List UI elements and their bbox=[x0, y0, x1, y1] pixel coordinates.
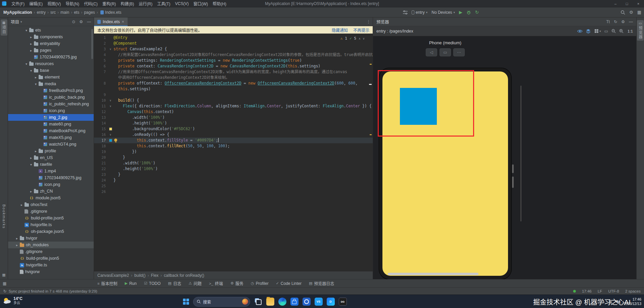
previewer-stripe-tab[interactable]: ▭ 预览器 bbox=[637, 20, 644, 41]
breadcrumb-item[interactable]: entry bbox=[37, 10, 46, 15]
ime-indicator[interactable]: 英 bbox=[608, 299, 612, 305]
prev-issue-icon[interactable]: ∧ bbox=[359, 37, 360, 40]
tree-item[interactable]: {}module.json5 bbox=[8, 195, 94, 201]
code-line[interactable]: this.settings) bbox=[94, 86, 373, 92]
tree-item[interactable]: .gitignore bbox=[8, 248, 94, 255]
tree-item[interactable]: ▸components bbox=[8, 34, 94, 40]
run-config-select[interactable]: entry ▾ bbox=[412, 10, 427, 15]
previewer-settings-icon[interactable]: ⚙ bbox=[621, 19, 625, 24]
fold-arrow-icon[interactable]: ∨ bbox=[110, 105, 111, 108]
tree-item[interactable]: freeBudsPro3.png bbox=[8, 87, 94, 94]
run-button[interactable]: ▶ bbox=[459, 10, 462, 15]
menu-item[interactable]: VCS(V) bbox=[173, 0, 191, 7]
deveco-icon[interactable]: D bbox=[327, 298, 335, 306]
tool-window-button-终端[interactable]: >_终端 bbox=[209, 280, 223, 286]
hide-notification-link[interactable]: 隐藏通知 bbox=[332, 27, 348, 33]
volume-icon[interactable] bbox=[615, 300, 620, 304]
menu-item[interactable]: 工具(T) bbox=[155, 0, 173, 7]
code-line[interactable]: 12 Canvas(this.context) bbox=[94, 109, 373, 115]
chevron-down-icon[interactable]: ▾ bbox=[24, 62, 29, 66]
datagrip-icon[interactable]: DG bbox=[339, 298, 347, 306]
tree-item[interactable]: tshvigorfile.ts bbox=[8, 262, 94, 268]
breadcrumb-item[interactable]: Flex bbox=[151, 273, 158, 278]
back-button[interactable]: ◁ bbox=[426, 48, 437, 56]
locate-file-icon[interactable]: ⊙ bbox=[72, 19, 75, 24]
code-line[interactable]: 25 bbox=[94, 183, 373, 189]
tool-window-button-Run[interactable]: ▶Run bbox=[125, 280, 136, 286]
tool-window-button-Profiler[interactable]: ◷Profiler bbox=[251, 280, 269, 286]
chevron-down-icon[interactable]: ▾ bbox=[20, 20, 22, 23]
tree-item[interactable]: icon.png bbox=[8, 107, 94, 114]
tree-scrollbar[interactable] bbox=[91, 29, 93, 59]
code-line[interactable]: 5 private settings: RenderingContextSett… bbox=[94, 58, 373, 63]
project-stripe-tab[interactable]: ▦ 项目 bbox=[1, 19, 7, 36]
code-line[interactable]: 14 .height('100%') bbox=[94, 120, 373, 126]
tree-item[interactable]: mate60.png bbox=[8, 121, 94, 127]
chevron-right-icon[interactable]: ▸ bbox=[29, 35, 33, 39]
code-line[interactable]: 16∨ .onReady(() => { bbox=[94, 132, 373, 138]
settings-sliders-icon[interactable] bbox=[403, 10, 408, 14]
tree-item[interactable]: tshvigorfile.ts bbox=[8, 221, 94, 228]
code-line[interactable]: 9 bbox=[94, 92, 373, 98]
tree-item[interactable]: mateBookProX.png bbox=[8, 127, 94, 134]
menu-item[interactable]: 帮助(H) bbox=[210, 0, 229, 7]
code-line[interactable]: 10∨ build() { bbox=[94, 98, 373, 103]
layout-icon[interactable]: ▦ bbox=[637, 10, 641, 15]
code-line[interactable]: 中调用OffscreenCanvasRenderingContext2D对象来绘… bbox=[94, 75, 373, 81]
dont-show-again-link[interactable]: 不再提示 bbox=[353, 27, 369, 33]
search-icon[interactable] bbox=[620, 10, 625, 15]
chevron-right-icon[interactable]: ▸ bbox=[29, 156, 33, 160]
color-chip[interactable] bbox=[109, 127, 112, 131]
breadcrumb-item[interactable]: src bbox=[50, 10, 56, 15]
start-button[interactable] bbox=[183, 299, 189, 305]
chevron-right-icon[interactable]: ▸ bbox=[34, 75, 38, 79]
refresh-preview-icon[interactable]: ↻ bbox=[614, 19, 617, 24]
tab-index-ets[interactable]: Index.ets × bbox=[94, 17, 128, 26]
app-store-icon[interactable] bbox=[290, 298, 298, 306]
settings-gear-icon[interactable]: ⚙ bbox=[629, 10, 633, 15]
menu-item[interactable]: 代码(C) bbox=[82, 0, 100, 7]
code-line[interactable]: 21 .width('100%') bbox=[94, 160, 373, 166]
code-line[interactable]: 13 .width('100%') bbox=[94, 115, 373, 120]
fold-arrow-icon[interactable]: ∨ bbox=[110, 134, 111, 136]
tree-item[interactable]: ▸element bbox=[8, 74, 94, 81]
caret-position[interactable]: 17:46 bbox=[582, 289, 592, 293]
debug-button[interactable] bbox=[466, 10, 471, 15]
tree-item[interactable]: ▸pages bbox=[8, 47, 94, 54]
file-encoding[interactable]: UTF-8 bbox=[608, 289, 619, 293]
chevron-right-icon[interactable]: ▸ bbox=[15, 243, 19, 247]
next-issue-icon[interactable]: ∨ bbox=[363, 37, 365, 40]
tree-item[interactable]: hvigorw bbox=[8, 268, 94, 275]
vscode-icon[interactable]: VS bbox=[315, 298, 323, 306]
code-line[interactable]: 1@Entry bbox=[94, 35, 373, 41]
tree-item[interactable]: 1702344909275.jpg bbox=[8, 54, 94, 60]
breadcrumb-project[interactable]: MyApplication bbox=[3, 10, 32, 15]
tree-item[interactable]: ▸profile bbox=[8, 148, 94, 154]
breadcrumb-item[interactable]: build() bbox=[134, 273, 145, 278]
tool-window-button-问题[interactable]: ⚠问题 bbox=[189, 280, 202, 286]
code-line[interactable]: 23 } bbox=[94, 172, 373, 177]
panel-settings-icon[interactable]: ⚙ bbox=[79, 19, 83, 24]
breadcrumb-item[interactable]: CanvasExample2 bbox=[97, 273, 129, 278]
code-line[interactable]: 17 this.context.fillStyle = '#0097D4'; bbox=[94, 138, 373, 143]
tree-item[interactable]: watchGT4.png bbox=[8, 141, 94, 148]
project-panel-title[interactable]: 项目 bbox=[11, 18, 19, 25]
menu-item[interactable]: 视图(V) bbox=[45, 0, 63, 7]
menu-item[interactable]: 运行(R) bbox=[136, 0, 155, 7]
tool-window-button-版本控制[interactable]: ≡版本控制 bbox=[97, 280, 117, 286]
tree-item[interactable]: ic_public_refresh.png bbox=[8, 101, 94, 107]
code-line[interactable]: 2@Component bbox=[94, 41, 373, 46]
code-line[interactable]: 18 this.context.fillRect(50, 50, 100, 10… bbox=[94, 143, 373, 149]
task-view-icon[interactable] bbox=[254, 298, 262, 306]
tree-item[interactable]: ▸zh_CN bbox=[8, 188, 94, 195]
code-line[interactable]: 20 } bbox=[94, 155, 373, 160]
home-button[interactable]: ▭ bbox=[440, 48, 451, 56]
tree-item[interactable]: ▾base bbox=[8, 67, 94, 74]
indent-setting[interactable]: 2 spaces bbox=[625, 289, 641, 293]
code-line[interactable]: 7 //用来创建OffscreenCanvasRenderingContext2… bbox=[94, 69, 373, 75]
phone-screen-canvas[interactable] bbox=[382, 71, 508, 276]
tree-item[interactable]: ▸entryability bbox=[8, 40, 94, 47]
tree-item[interactable]: ▸1.mp4 bbox=[8, 168, 94, 174]
code-line[interactable]: 6 private context: CanvasRenderingContex… bbox=[94, 63, 373, 69]
chevron-right-icon[interactable]: ▸ bbox=[29, 49, 33, 52]
